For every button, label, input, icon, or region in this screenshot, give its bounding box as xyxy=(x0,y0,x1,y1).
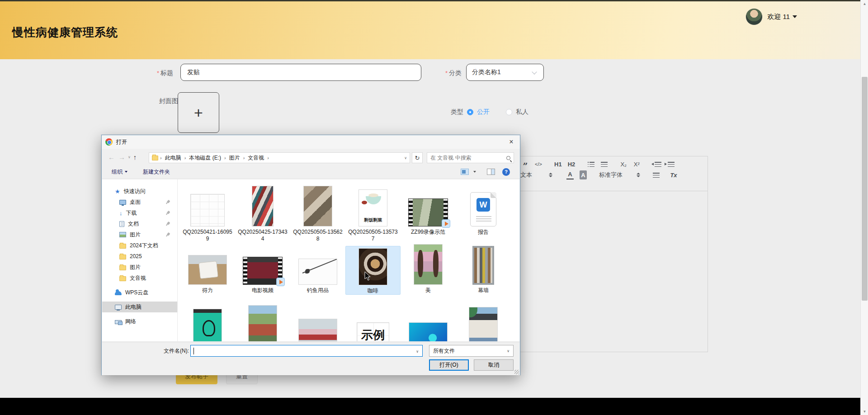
file-item[interactable]: QQ20250425-173434 xyxy=(235,182,290,242)
highlight-button[interactable]: A xyxy=(580,170,587,179)
preview-pane-icon[interactable] xyxy=(487,169,495,175)
file-item[interactable] xyxy=(180,297,235,341)
refresh-icon[interactable]: ↻ xyxy=(412,152,423,163)
line-height-icon[interactable] xyxy=(652,170,660,179)
breadcrumb-this-pc[interactable]: 此电脑 xyxy=(164,154,183,162)
file-item[interactable]: 剩饭剩菜 QQ20250505-135737 xyxy=(345,182,401,242)
file-item[interactable]: 电影视频 xyxy=(235,246,290,295)
computer-icon xyxy=(115,305,122,310)
text-caret xyxy=(193,348,194,354)
scroll-down-icon[interactable]: ▼ xyxy=(861,408,868,415)
sidebar-item-network[interactable]: 网络 xyxy=(102,316,177,327)
file-item[interactable]: 得力 xyxy=(180,246,235,295)
cancel-button[interactable]: 取消 xyxy=(474,359,514,371)
sidebar-item-2025[interactable]: 2025 xyxy=(102,251,177,262)
blockquote-icon[interactable]: ” xyxy=(522,160,529,169)
sidebar-item-wenyinshi[interactable]: 文音视 xyxy=(102,273,177,283)
page-scrollbar[interactable]: ▲ ▼ xyxy=(860,0,868,415)
view-options-icon[interactable] xyxy=(461,169,469,175)
history-chevron-icon[interactable]: ∨ xyxy=(128,155,131,159)
scroll-up-icon[interactable]: ▲ xyxy=(861,0,868,7)
close-icon[interactable]: × xyxy=(505,136,518,148)
resize-grip[interactable] xyxy=(514,370,519,374)
sidebar-item-documents[interactable]: 文档 xyxy=(102,218,177,229)
file-item[interactable]: 示例 xyxy=(345,297,401,341)
file-item[interactable] xyxy=(401,297,456,341)
paragraph-format-dropdown[interactable]: 文本 xyxy=(520,170,532,179)
radio-public[interactable] xyxy=(467,109,473,115)
image-thumbnail xyxy=(188,255,227,285)
subscript-button[interactable]: X₂ xyxy=(620,160,627,169)
forward-icon[interactable]: → xyxy=(118,153,125,161)
image-thumbnail xyxy=(469,307,498,341)
sidebar-item-quick-access[interactable]: ★ 快速访问 xyxy=(102,186,177,197)
updown-chevron-icon[interactable] xyxy=(635,170,642,179)
organize-menu[interactable]: 组织 xyxy=(112,168,127,176)
radio-public-label[interactable]: 公开 xyxy=(477,108,490,116)
image-thumbnail xyxy=(298,319,337,341)
up-icon[interactable]: ↑ xyxy=(133,153,137,161)
file-item[interactable]: ZZ99录像示范 xyxy=(401,182,456,242)
filename-input[interactable]: ∨ xyxy=(190,345,423,357)
search-box[interactable] xyxy=(427,152,514,163)
title-input[interactable] xyxy=(180,64,421,81)
file-item-hovered[interactable]: 咖啡 xyxy=(345,246,401,295)
cover-upload-button[interactable]: + xyxy=(178,92,219,133)
back-icon[interactable]: ← xyxy=(108,153,115,161)
radio-private[interactable] xyxy=(506,109,512,115)
superscript-button[interactable]: X² xyxy=(633,160,640,169)
chevron-down-icon[interactable]: ∨ xyxy=(416,349,419,354)
sidebar-item-this-pc[interactable]: 此电脑 xyxy=(102,302,177,312)
image-thumbnail xyxy=(359,248,387,285)
file-item[interactable]: 钓鱼用品 xyxy=(290,246,345,295)
radio-private-label[interactable]: 私人 xyxy=(516,108,528,116)
indent-icon[interactable] xyxy=(667,160,675,169)
file-row: 示例 xyxy=(180,297,511,341)
new-folder-button[interactable]: 新建文件夹 xyxy=(143,168,170,176)
user-menu[interactable]: 欢迎 11 xyxy=(745,7,797,26)
underline-button[interactable]: A xyxy=(566,170,574,179)
category-value: 分类名称1 xyxy=(472,68,501,76)
heading1-button[interactable]: H1 xyxy=(554,160,562,169)
sidebar-item-downloads[interactable]: ↓ 下载 xyxy=(102,208,177,218)
breadcrumb-current-folder[interactable]: 文音视 xyxy=(246,154,265,162)
unordered-list-icon[interactable] xyxy=(600,160,608,169)
file-item[interactable] xyxy=(290,297,345,341)
avatar[interactable] xyxy=(745,8,763,25)
file-item[interactable] xyxy=(456,297,511,341)
breadcrumb-dropdown-chevron[interactable]: ∨ xyxy=(404,156,407,160)
caret-down-icon[interactable] xyxy=(473,171,476,173)
image-thumbnail xyxy=(190,194,225,226)
sidebar-item-pictures-folder[interactable]: 图片 xyxy=(102,262,177,273)
font-family-dropdown[interactable]: 标准字体 xyxy=(599,170,623,179)
breadcrumb-pictures[interactable]: 图片 xyxy=(228,154,241,162)
clear-format-button[interactable]: Tx xyxy=(670,170,677,179)
help-icon[interactable]: ? xyxy=(502,168,510,176)
desktop-icon xyxy=(119,200,126,205)
search-input[interactable] xyxy=(430,155,498,161)
breadcrumb-drive-e[interactable]: 本地磁盘 (E:) xyxy=(188,154,222,162)
sidebar-item-2024-docs[interactable]: 2024下文档 xyxy=(102,240,177,251)
sidebar-item-pictures[interactable]: 图片 xyxy=(102,229,177,240)
file-row: QQ20250421-160959 QQ20250425-173434 QQ20… xyxy=(180,182,511,242)
scrollbar-thumb[interactable] xyxy=(862,77,868,301)
file-item[interactable] xyxy=(235,297,290,341)
breadcrumb-bar[interactable]: › 此电脑 › 本地磁盘 (E:) › 图片 › 文音视 › ∨ xyxy=(149,152,410,163)
category-select[interactable]: 分类名称1 xyxy=(466,64,544,81)
heading2-button[interactable]: H2 xyxy=(568,160,576,169)
code-icon[interactable]: </> xyxy=(535,160,542,169)
ordered-list-icon[interactable] xyxy=(587,160,594,169)
open-button[interactable]: 打开(O) xyxy=(429,359,469,371)
filetype-select[interactable]: 所有文件 ∨ xyxy=(429,345,514,357)
file-item[interactable]: QQ20250421-160959 xyxy=(180,182,235,242)
file-row: 得力 电影视频 钓鱼用品 咖啡 xyxy=(180,246,511,295)
outdent-icon[interactable] xyxy=(654,160,661,169)
updown-chevron-icon[interactable] xyxy=(547,170,554,179)
file-item[interactable]: W 报告 xyxy=(456,182,511,242)
image-thumbnail: 剩饭剩菜 xyxy=(359,189,387,226)
file-item[interactable]: 幕墙 xyxy=(456,246,511,295)
file-item[interactable]: QQ20250505-135628 xyxy=(290,182,345,242)
file-item[interactable]: 美 xyxy=(401,246,456,295)
sidebar-item-wps-cloud[interactable]: WPS云盘 xyxy=(102,287,177,298)
sidebar-item-desktop[interactable]: 桌面 xyxy=(102,197,177,208)
